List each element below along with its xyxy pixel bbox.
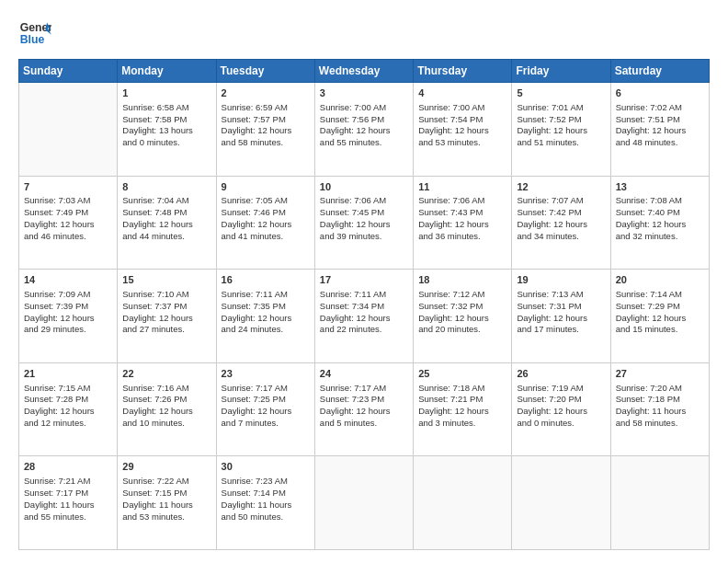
day-info: and 3 minutes. bbox=[418, 418, 506, 430]
day-info: Sunset: 7:26 PM bbox=[122, 394, 210, 406]
day-number: 11 bbox=[418, 180, 506, 194]
calendar-cell: 20Sunrise: 7:14 AMSunset: 7:29 PMDayligh… bbox=[610, 270, 709, 363]
day-info: Sunset: 7:23 PM bbox=[320, 394, 408, 406]
day-info: Daylight: 12 hours bbox=[122, 219, 210, 231]
calendar-cell: 21Sunrise: 7:15 AMSunset: 7:28 PMDayligh… bbox=[19, 362, 118, 456]
day-info: Sunrise: 7:08 AM bbox=[616, 195, 704, 207]
day-info: and 32 minutes. bbox=[616, 231, 704, 243]
day-info: Daylight: 11 hours bbox=[122, 500, 210, 511]
day-info: Sunrise: 7:15 AM bbox=[24, 383, 112, 395]
calendar-cell: 29Sunrise: 7:22 AMSunset: 7:15 PMDayligh… bbox=[118, 456, 216, 550]
day-info: Daylight: 12 hours bbox=[24, 219, 112, 231]
day-info: and 41 minutes. bbox=[222, 231, 310, 243]
day-info: Sunset: 7:49 PM bbox=[24, 207, 112, 219]
day-info: Sunrise: 7:07 AM bbox=[517, 195, 605, 207]
day-info: and 55 minutes. bbox=[320, 137, 408, 149]
day-info: and 5 minutes. bbox=[320, 418, 408, 430]
svg-text:Blue: Blue bbox=[20, 33, 45, 46]
day-number: 6 bbox=[616, 86, 704, 100]
day-info: Sunrise: 7:20 AM bbox=[616, 383, 704, 395]
day-info: Sunset: 7:20 PM bbox=[517, 394, 605, 406]
header: General Blue bbox=[18, 17, 710, 50]
day-info: Daylight: 12 hours bbox=[222, 125, 310, 137]
day-info: Sunset: 7:57 PM bbox=[222, 114, 310, 126]
day-info: Sunrise: 7:22 AM bbox=[122, 476, 210, 488]
day-number: 22 bbox=[122, 367, 210, 381]
day-info: and 55 minutes. bbox=[24, 511, 112, 523]
day-number: 30 bbox=[222, 460, 310, 474]
day-info: Daylight: 12 hours bbox=[517, 313, 605, 325]
day-number: 10 bbox=[320, 180, 408, 194]
day-number: 26 bbox=[517, 367, 605, 381]
day-info: Sunset: 7:40 PM bbox=[616, 207, 704, 219]
calendar-cell: 28Sunrise: 7:21 AMSunset: 7:17 PMDayligh… bbox=[19, 456, 118, 550]
day-info: Sunset: 7:25 PM bbox=[222, 394, 310, 406]
day-info: Sunrise: 6:59 AM bbox=[222, 102, 310, 114]
day-info: Daylight: 12 hours bbox=[517, 125, 605, 137]
day-info: Daylight: 12 hours bbox=[222, 313, 310, 325]
day-info: Sunset: 7:45 PM bbox=[320, 207, 408, 219]
day-info: Daylight: 12 hours bbox=[616, 219, 704, 231]
day-info: and 0 minutes. bbox=[122, 137, 210, 149]
day-number: 8 bbox=[122, 180, 210, 194]
day-number: 2 bbox=[222, 86, 310, 100]
calendar-week-row: 7Sunrise: 7:03 AMSunset: 7:49 PMDaylight… bbox=[19, 176, 710, 270]
calendar-cell: 24Sunrise: 7:17 AMSunset: 7:23 PMDayligh… bbox=[314, 362, 413, 456]
day-number: 18 bbox=[418, 273, 506, 287]
day-info: Daylight: 12 hours bbox=[320, 313, 408, 325]
calendar-cell: 26Sunrise: 7:19 AMSunset: 7:20 PMDayligh… bbox=[512, 362, 610, 456]
day-number: 13 bbox=[616, 180, 704, 194]
day-info: Daylight: 12 hours bbox=[24, 313, 112, 325]
day-info: Sunrise: 7:05 AM bbox=[222, 195, 310, 207]
day-info: Sunset: 7:52 PM bbox=[517, 114, 605, 126]
day-info: Sunrise: 7:12 AM bbox=[418, 289, 506, 301]
day-info: Sunrise: 7:04 AM bbox=[122, 195, 210, 207]
day-info: Sunset: 7:18 PM bbox=[616, 394, 704, 406]
calendar-week-row: 14Sunrise: 7:09 AMSunset: 7:39 PMDayligh… bbox=[19, 270, 710, 363]
calendar-cell: 2Sunrise: 6:59 AMSunset: 7:57 PMDaylight… bbox=[216, 83, 314, 177]
day-info: Sunset: 7:14 PM bbox=[222, 488, 310, 500]
day-number: 23 bbox=[222, 367, 310, 381]
day-info: Sunset: 7:37 PM bbox=[122, 301, 210, 313]
day-info: Sunrise: 7:10 AM bbox=[122, 289, 210, 301]
day-info: Sunrise: 7:18 AM bbox=[418, 383, 506, 395]
day-number: 9 bbox=[222, 180, 310, 194]
day-info: Sunset: 7:39 PM bbox=[24, 301, 112, 313]
calendar-table: SundayMondayTuesdayWednesdayThursdayFrid… bbox=[18, 59, 710, 550]
calendar-cell: 27Sunrise: 7:20 AMSunset: 7:18 PMDayligh… bbox=[610, 362, 709, 456]
day-info: Sunset: 7:32 PM bbox=[418, 301, 506, 313]
day-number: 24 bbox=[320, 367, 408, 381]
calendar-cell: 10Sunrise: 7:06 AMSunset: 7:45 PMDayligh… bbox=[314, 176, 413, 270]
day-info: and 53 minutes. bbox=[418, 137, 506, 149]
day-number: 29 bbox=[122, 460, 210, 474]
calendar-cell: 23Sunrise: 7:17 AMSunset: 7:25 PMDayligh… bbox=[216, 362, 314, 456]
calendar-cell: 13Sunrise: 7:08 AMSunset: 7:40 PMDayligh… bbox=[610, 176, 709, 270]
day-info: Daylight: 12 hours bbox=[222, 406, 310, 418]
day-info: Sunrise: 7:14 AM bbox=[616, 289, 704, 301]
day-info: and 27 minutes. bbox=[122, 324, 210, 336]
calendar-week-row: 28Sunrise: 7:21 AMSunset: 7:17 PMDayligh… bbox=[19, 456, 710, 550]
calendar-header-friday: Friday bbox=[512, 60, 610, 83]
day-number: 14 bbox=[24, 273, 112, 287]
day-number: 25 bbox=[418, 367, 506, 381]
calendar-cell: 16Sunrise: 7:11 AMSunset: 7:35 PMDayligh… bbox=[216, 270, 314, 363]
day-info: and 39 minutes. bbox=[320, 231, 408, 243]
day-info: and 22 minutes. bbox=[320, 324, 408, 336]
day-info: Daylight: 11 hours bbox=[616, 406, 704, 418]
calendar-cell bbox=[512, 456, 610, 550]
day-info: Sunset: 7:34 PM bbox=[320, 301, 408, 313]
day-info: and 36 minutes. bbox=[418, 231, 506, 243]
logo: General Blue bbox=[18, 17, 51, 50]
calendar-cell: 7Sunrise: 7:03 AMSunset: 7:49 PMDaylight… bbox=[19, 176, 118, 270]
day-info: and 46 minutes. bbox=[24, 231, 112, 243]
calendar-cell: 18Sunrise: 7:12 AMSunset: 7:32 PMDayligh… bbox=[414, 270, 512, 363]
day-info: Sunset: 7:48 PM bbox=[122, 207, 210, 219]
day-info: Sunrise: 7:19 AM bbox=[517, 383, 605, 395]
day-info: and 53 minutes. bbox=[122, 511, 210, 523]
calendar-week-row: 1Sunrise: 6:58 AMSunset: 7:58 PMDaylight… bbox=[19, 83, 710, 177]
day-info: Daylight: 12 hours bbox=[122, 313, 210, 325]
day-info: Sunrise: 7:17 AM bbox=[320, 383, 408, 395]
day-number: 28 bbox=[24, 460, 112, 474]
day-info: Sunrise: 7:21 AM bbox=[24, 476, 112, 488]
day-info: Sunset: 7:58 PM bbox=[122, 114, 210, 126]
